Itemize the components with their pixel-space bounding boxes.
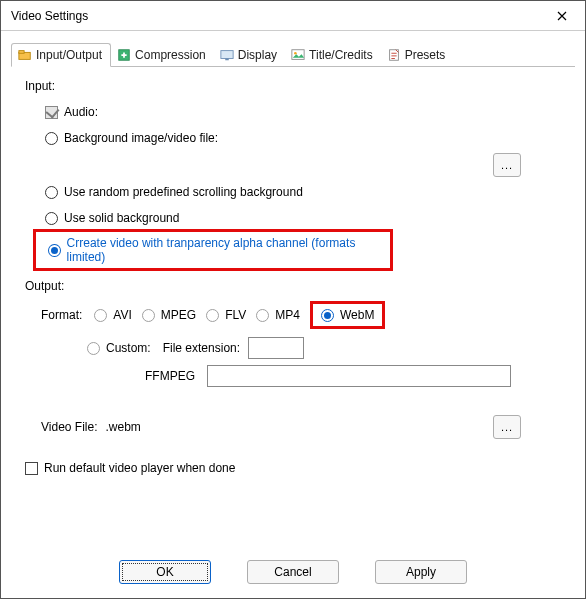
bg-file-radio-row[interactable]: Background image/video file:	[45, 127, 561, 149]
image-icon	[291, 48, 305, 62]
svg-point-6	[294, 52, 297, 55]
format-mpeg-label: MPEG	[161, 308, 196, 322]
folder-icon	[18, 48, 32, 62]
run-player-row[interactable]: Run default video player when done	[25, 457, 561, 479]
tab-label: Input/Output	[36, 48, 102, 62]
close-button[interactable]	[539, 1, 585, 31]
format-avi-label: AVI	[113, 308, 131, 322]
presets-icon	[387, 48, 401, 62]
input-section-label: Input:	[25, 79, 561, 93]
radio-icon	[206, 309, 219, 322]
alpha-label: Crreate video with tranparency alpha cha…	[67, 236, 384, 264]
ffmpeg-row: FFMPEG	[145, 365, 561, 387]
radio-icon	[142, 309, 155, 322]
cancel-label: Cancel	[274, 565, 311, 579]
format-custom-label: Custom:	[106, 341, 151, 355]
apply-button[interactable]: Apply	[375, 560, 467, 584]
tab-input-output[interactable]: Input/Output	[11, 43, 111, 67]
radio-icon	[45, 132, 58, 145]
format-mp4[interactable]: MP4	[256, 308, 300, 322]
tab-label: Display	[238, 48, 277, 62]
radio-icon	[45, 212, 58, 225]
display-icon	[220, 48, 234, 62]
audio-checkbox-row[interactable]: Audio:	[45, 101, 561, 123]
random-bg-label: Use random predefined scrolling backgrou…	[64, 185, 303, 199]
svg-rect-4	[225, 59, 229, 61]
format-mpeg[interactable]: MPEG	[142, 308, 196, 322]
window-title: Video Settings	[11, 9, 88, 23]
cancel-button[interactable]: Cancel	[247, 560, 339, 584]
format-flv[interactable]: FLV	[206, 308, 246, 322]
alpha-radio-row[interactable]: Crreate video with tranparency alpha cha…	[48, 236, 384, 264]
browse-video-file-button[interactable]: ...	[493, 415, 521, 439]
format-avi[interactable]: AVI	[94, 308, 131, 322]
svg-rect-1	[19, 51, 24, 54]
tab-display[interactable]: Display	[214, 44, 285, 66]
radio-icon	[45, 186, 58, 199]
browse-bg-button[interactable]: ...	[493, 153, 521, 177]
radio-icon	[321, 309, 334, 322]
titlebar: Video Settings	[1, 1, 585, 31]
tab-title-credits[interactable]: Title/Credits	[285, 44, 381, 66]
file-extension-label: File extension:	[163, 341, 240, 355]
tab-presets[interactable]: Presets	[381, 44, 454, 66]
solid-bg-radio-row[interactable]: Use solid background	[45, 207, 561, 229]
ellipsis-icon: ...	[501, 421, 513, 433]
ffmpeg-label: FFMPEG	[145, 369, 195, 383]
svg-rect-5	[292, 50, 304, 60]
format-custom[interactable]: Custom:	[87, 341, 151, 355]
ok-button[interactable]: OK	[119, 560, 211, 584]
format-webm-label: WebM	[340, 308, 374, 322]
tab-label: Presets	[405, 48, 446, 62]
tab-label: Compression	[135, 48, 206, 62]
alpha-highlight-box: Crreate video with tranparency alpha cha…	[33, 229, 393, 271]
webm-highlight-box: WebM	[310, 301, 385, 329]
solid-bg-label: Use solid background	[64, 211, 179, 225]
ellipsis-icon: ...	[501, 159, 513, 171]
format-webm[interactable]: WebM	[321, 308, 374, 322]
tab-compression[interactable]: Compression	[111, 44, 214, 66]
output-section-label: Output:	[25, 279, 561, 293]
radio-icon	[87, 342, 100, 355]
checkbox-icon	[45, 106, 58, 119]
format-row: Format: AVI MPEG FLV MP4 WebM	[41, 301, 561, 329]
apply-label: Apply	[406, 565, 436, 579]
radio-icon	[94, 309, 107, 322]
file-extension-input[interactable]	[248, 337, 304, 359]
custom-row: Custom: File extension:	[87, 337, 561, 359]
video-file-value: .webm	[105, 420, 140, 434]
run-player-label: Run default video player when done	[44, 461, 235, 475]
radio-icon	[48, 244, 61, 257]
svg-rect-3	[221, 51, 233, 59]
format-label: Format:	[41, 308, 82, 322]
dialog-buttons: OK Cancel Apply	[1, 560, 585, 584]
close-icon	[557, 11, 567, 21]
video-file-row: Video File: .webm ...	[41, 415, 561, 439]
checkbox-icon	[25, 462, 38, 475]
format-flv-label: FLV	[225, 308, 246, 322]
video-file-label: Video File:	[41, 420, 97, 434]
tab-content: Input: Audio: Background image/video fil…	[1, 67, 585, 491]
format-mp4-label: MP4	[275, 308, 300, 322]
bg-file-browse-row: ...	[25, 153, 561, 177]
random-bg-radio-row[interactable]: Use random predefined scrolling backgrou…	[45, 181, 561, 203]
radio-icon	[256, 309, 269, 322]
tab-label: Title/Credits	[309, 48, 373, 62]
ffmpeg-input[interactable]	[207, 365, 511, 387]
compress-icon	[117, 48, 131, 62]
ok-label: OK	[156, 565, 173, 579]
audio-label: Audio:	[64, 105, 98, 119]
tab-bar: Input/Output Compression Display Title/C…	[11, 43, 575, 67]
bg-file-label: Background image/video file:	[64, 131, 218, 145]
